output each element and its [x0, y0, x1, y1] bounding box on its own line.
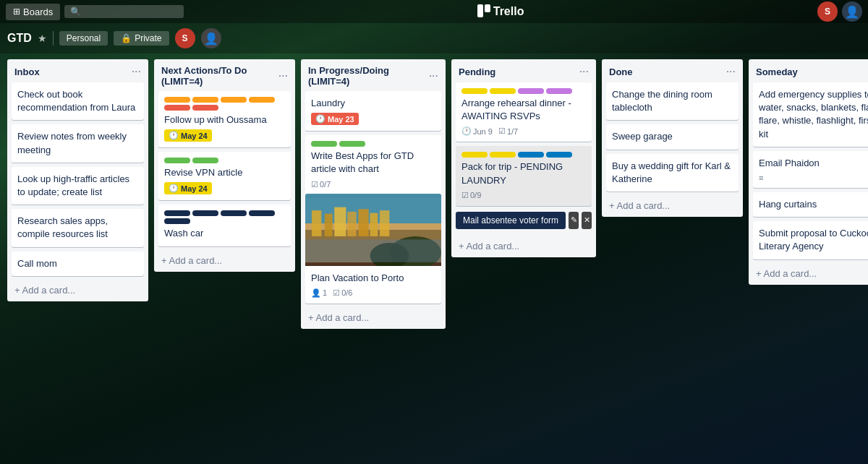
card-c2[interactable]: Review notes from weekly meeting: [12, 124, 144, 162]
trello-wordmark: Trello: [493, 5, 524, 18]
label-yellow-c12-2: [490, 88, 516, 94]
card-c14[interactable]: Change the dining room tablecloth: [606, 82, 739, 120]
checklist-icon-c10: ☑: [311, 180, 318, 189]
card-c3[interactable]: Look up high-traffic articles to update;…: [12, 167, 144, 205]
list-cards-someday: Add emergency supplies to car: water, sn…: [749, 82, 868, 264]
user-avatar[interactable]: S: [817, 1, 838, 22]
tooltip-edit-button[interactable]: ✎: [569, 212, 579, 229]
add-card-button-progress[interactable]: + Add a card...: [301, 308, 446, 329]
due-badge-c7: 🕐 May 24: [164, 182, 212, 194]
card-labels-c8: [164, 210, 285, 224]
tooltip-close-button[interactable]: ✕: [582, 212, 592, 229]
list-header-progress: In Progress/Doing (LIMIT=4) ···: [301, 59, 446, 91]
svg-rect-14: [305, 239, 441, 262]
add-card-button-someday[interactable]: + Add a card...: [749, 264, 868, 285]
card-c19[interactable]: Hang curtains: [753, 192, 868, 217]
checklist-icon-c12: ☑: [498, 126, 506, 136]
label-red-2: [192, 105, 218, 111]
checklist-badge-c10: ☑ 0/7: [311, 180, 331, 189]
card-c10[interactable]: Write Best Apps for GTD article with cha…: [305, 135, 441, 194]
list-menu-button-next[interactable]: ···: [277, 69, 289, 82]
list-pending: Pending ··· Arrange rehearsal dinner - A…: [451, 59, 596, 257]
tooltip-text: Mail absentee voter form: [456, 212, 566, 229]
board-nav: GTD ★ Personal 🔒 Private S 👤: [0, 23, 868, 53]
card-c9[interactable]: Laundry 🕐 May 23: [305, 91, 441, 131]
label-orange-3: [221, 97, 247, 103]
label-red-1: [164, 105, 190, 111]
list-title-next: Next Actions/To Do (LIMIT=4): [161, 65, 277, 87]
list-menu-button-progress[interactable]: ···: [427, 69, 440, 82]
label-dark-3: [221, 210, 247, 216]
label-yellow-c13-1: [461, 152, 488, 158]
card-footer-c11: 👤 1 ☑ 0/6: [311, 288, 435, 298]
card-title-c15: Sweep garage: [612, 130, 733, 143]
board-avatar-2[interactable]: 👤: [201, 28, 221, 48]
board-avatar[interactable]: S: [175, 28, 195, 48]
label-green-2: [192, 158, 218, 163]
card-c13-wrapper: Pack for trip - PENDING LAUNDRY ☑ 0/9 Ma…: [456, 146, 592, 205]
porto-image: [305, 194, 441, 266]
card-c13[interactable]: Pack for trip - PENDING LAUNDRY ☑ 0/9: [456, 146, 592, 205]
card-c15[interactable]: Sweep garage: [606, 124, 739, 149]
list-cards-next: Follow up with Oussama 🕐 May 24 Revise V…: [154, 91, 295, 251]
card-title-c7: Revise VPN article: [164, 166, 285, 179]
card-c17[interactable]: Add emergency supplies to car: water, sn…: [753, 82, 868, 147]
card-title-c5: Call mom: [17, 257, 138, 270]
person-icon-c11: 👤: [311, 288, 321, 298]
list-cards-done: Change the dining room tablecloth Sweep …: [602, 82, 743, 196]
svg-rect-10: [370, 212, 378, 236]
card-c7[interactable]: Revise VPN article 🕐 May 24: [158, 152, 291, 200]
label-blue-c13-1: [518, 152, 544, 158]
list-menu-button-pending[interactable]: ···: [578, 65, 590, 78]
top-nav: ⊞ Boards 🔍 Trello S 👤: [0, 0, 868, 23]
svg-rect-11: [380, 210, 389, 236]
card-labels-c7: [164, 158, 285, 163]
label-dark-4: [249, 210, 275, 216]
card-c4[interactable]: Research sales apps, compile resources l…: [12, 209, 144, 246]
label-orange-1: [164, 97, 190, 103]
nav-divider: [53, 31, 54, 46]
card-c16[interactable]: Buy a wedding gift for Karl & Katherine: [606, 154, 739, 192]
card-c1[interactable]: Check out book recommendation from Laura: [12, 82, 144, 120]
list-title-inbox: Inbox: [14, 66, 40, 77]
card-c18[interactable]: Email Phaidon ≡: [753, 151, 868, 188]
list-inbox: Inbox ··· Check out book recommendation …: [7, 59, 148, 301]
list-menu-button-inbox[interactable]: ···: [130, 65, 142, 78]
search-input[interactable]: [84, 7, 178, 17]
clock-icon-c7: 🕐: [169, 184, 179, 193]
board-title: GTD: [7, 32, 32, 45]
card-labels-c10: [311, 141, 435, 147]
list-header-done: Done ···: [602, 59, 743, 82]
card-title-c19: Hang curtains: [759, 198, 868, 211]
add-card-button-next[interactable]: + Add a card...: [154, 251, 295, 272]
add-card-button-done[interactable]: + Add a card...: [602, 196, 743, 217]
card-title-c16: Buy a wedding gift for Karl & Katherine: [612, 160, 733, 186]
member-badge-c11: 👤 1: [311, 288, 327, 298]
notification-avatar[interactable]: 👤: [842, 1, 862, 22]
card-c11[interactable]: Plan Vacation to Porto 👤 1 ☑ 0/6: [305, 194, 441, 304]
card-c8[interactable]: Wash car: [158, 205, 291, 246]
card-c5[interactable]: Call mom: [12, 252, 144, 276]
personal-button[interactable]: Personal: [59, 31, 108, 46]
checklist-count-c11: 0/6: [341, 288, 352, 297]
star-icon[interactable]: ★: [38, 33, 47, 44]
list-menu-button-done[interactable]: ···: [725, 65, 737, 78]
boards-button[interactable]: ⊞ Boards: [6, 4, 60, 20]
card-c6[interactable]: Follow up with Oussama 🕐 May 24: [158, 91, 291, 147]
date-text-c12: Jun 9: [473, 127, 493, 136]
card-c12[interactable]: Arrange rehearsal dinner - AWAITING RSVP…: [456, 82, 592, 142]
card-c20[interactable]: Submit proposal to Cuckoo Literary Agenc…: [753, 221, 868, 259]
add-card-button-pending[interactable]: + Add a card...: [451, 236, 596, 257]
member-count-c11: 1: [323, 288, 327, 297]
private-button[interactable]: 🔒 Private: [114, 31, 169, 46]
list-cards-pending: Arrange rehearsal dinner - AWAITING RSVP…: [451, 82, 596, 210]
label-purple-c12-2: [546, 88, 572, 94]
label-orange-2: [192, 97, 218, 103]
card-title-c13: Pack for trip - PENDING LAUNDRY: [461, 160, 586, 186]
svg-rect-9: [358, 209, 368, 236]
add-card-button-inbox[interactable]: + Add a card...: [7, 280, 148, 301]
svg-rect-7: [334, 207, 346, 236]
list-cards-inbox: Check out book recommendation from Laura…: [7, 82, 148, 280]
card-title-c12: Arrange rehearsal dinner - AWAITING RSVP…: [461, 97, 586, 123]
list-header-next: Next Actions/To Do (LIMIT=4) ···: [154, 59, 295, 91]
